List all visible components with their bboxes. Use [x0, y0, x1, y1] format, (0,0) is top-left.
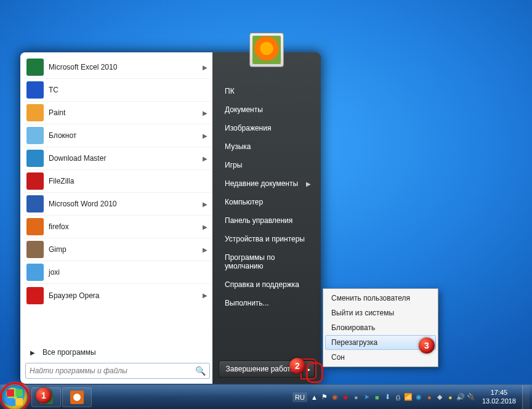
- shutdown-submenu-item[interactable]: Сменить пользователя: [325, 291, 436, 306]
- program-label: Download Master: [49, 154, 203, 163]
- taskbar-clock[interactable]: 17:45 13.02.2018: [482, 389, 516, 405]
- right-pane-item-label: ПК: [225, 87, 235, 95]
- right-pane-item[interactable]: Документы: [215, 100, 318, 119]
- right-pane-item-label: Программы по умолчанию: [225, 253, 311, 270]
- program-item[interactable]: Microsoft Excel 2010▶: [24, 56, 211, 79]
- tray-up-icon[interactable]: ▲: [310, 392, 319, 402]
- right-pane-item[interactable]: Игры: [215, 156, 318, 174]
- tray-app5-icon[interactable]: ●: [425, 392, 434, 402]
- show-desktop-button[interactable]: [522, 385, 530, 410]
- search-box[interactable]: 🔍: [25, 363, 210, 379]
- paint-icon: [26, 104, 44, 121]
- tray-shield-icon[interactable]: ◉: [331, 392, 340, 402]
- program-item[interactable]: Paint▶: [24, 102, 211, 124]
- program-item[interactable]: Gimp▶: [24, 238, 211, 261]
- tray-network-icon[interactable]: 📶: [404, 392, 413, 402]
- word-icon: [26, 195, 44, 213]
- program-label: Paint: [49, 108, 203, 117]
- svg-rect-3: [15, 398, 23, 405]
- program-item[interactable]: Браузер Opera▶: [24, 284, 211, 307]
- right-pane-item[interactable]: Изображения: [215, 119, 318, 137]
- taskbar: RU ▲⚑◉◆●➤■⬇⎙📶◉●◆●🔊🔌 17:45 13.02.2018: [0, 384, 532, 409]
- right-pane-item[interactable]: Выполнить...: [215, 294, 318, 312]
- chevron-right-icon: ▶: [203, 64, 208, 71]
- right-pane-item-label: Выполнить...: [225, 299, 269, 307]
- right-pane-item[interactable]: Музыка: [215, 137, 318, 156]
- user-picture-image: [252, 36, 281, 64]
- program-label: Microsoft Excel 2010: [49, 63, 203, 71]
- start-button[interactable]: [2, 385, 27, 410]
- tray-app3-icon[interactable]: ■: [373, 392, 382, 402]
- program-list: Microsoft Excel 2010▶TCPaint▶Блокнот▶Dow…: [24, 56, 211, 343]
- tray-app7-icon[interactable]: ●: [446, 392, 455, 402]
- program-item[interactable]: Блокнот▶: [24, 124, 211, 147]
- tray-volume-icon[interactable]: 🔊: [456, 392, 465, 402]
- program-label: Браузер Opera: [49, 291, 203, 300]
- search-input[interactable]: [30, 366, 195, 375]
- tray-app2-icon[interactable]: ●: [352, 392, 361, 402]
- shutdown-submenu-item[interactable]: Выйти из системы: [325, 306, 436, 320]
- shutdown-submenu-item[interactable]: Сон: [325, 350, 436, 365]
- tray-app6-icon[interactable]: ◆: [435, 392, 445, 402]
- right-pane-item[interactable]: Справка и поддержка: [215, 275, 318, 294]
- program-item[interactable]: Microsoft Word 2010▶: [24, 193, 211, 216]
- taskbar-clock-app[interactable]: [62, 387, 92, 407]
- all-programs-label: Все программы: [42, 348, 96, 357]
- firefox-icon: [26, 218, 44, 235]
- chevron-right-icon: ▶: [203, 132, 208, 139]
- right-pane-item-label: Компьютер: [225, 198, 263, 206]
- user-picture[interactable]: [249, 33, 284, 67]
- program-label: Блокнот: [49, 131, 203, 140]
- callout-3: 3: [419, 338, 435, 354]
- tray-flag-icon[interactable]: ⚑: [320, 392, 329, 402]
- program-label: firefox: [49, 222, 203, 231]
- program-item[interactable]: TC: [24, 79, 211, 102]
- shutdown-submenu: Сменить пользователяВыйти из системыБлок…: [323, 288, 438, 367]
- program-item[interactable]: Download Master▶: [24, 147, 211, 170]
- download-master-icon: [26, 150, 44, 167]
- tray-download-icon[interactable]: ⬇: [383, 392, 392, 402]
- opera-icon: [26, 287, 44, 304]
- system-tray: RU ▲⚑◉◆●➤■⬇⎙📶◉●◆●🔊🔌 17:45 13.02.2018: [292, 385, 532, 410]
- joxi-icon: [26, 264, 44, 281]
- right-pane-item[interactable]: Компьютер: [215, 193, 318, 211]
- excel-icon: [26, 59, 44, 76]
- right-pane-item-label: Устройства и принтеры: [225, 235, 305, 243]
- chevron-right-icon: ▶: [203, 155, 208, 162]
- chevron-right-icon: ▸: [307, 366, 310, 373]
- right-pane-item[interactable]: Панель управления: [215, 211, 318, 230]
- clock-time: 17:45: [482, 389, 516, 397]
- notepad-icon: [26, 127, 44, 144]
- chevron-right-icon: ▶: [30, 349, 35, 356]
- svg-rect-1: [15, 389, 23, 397]
- windows-logo-icon: [6, 389, 23, 406]
- right-pane-item-label: Музыка: [225, 142, 251, 151]
- program-label: Gimp: [49, 245, 203, 254]
- shutdown-submenu-item[interactable]: Блокировать: [325, 320, 436, 335]
- start-menu-left-pane: Microsoft Excel 2010▶TCPaint▶Блокнот▶Dow…: [20, 52, 212, 384]
- right-pane-item-label: Изображения: [225, 124, 271, 132]
- program-item[interactable]: firefox▶: [24, 216, 211, 238]
- svg-rect-2: [7, 398, 14, 405]
- chevron-right-icon: ▶: [203, 110, 208, 116]
- tray-telegram-icon[interactable]: ➤: [362, 392, 371, 402]
- tray-icons: ▲⚑◉◆●➤■⬇⎙📶◉●◆●🔊🔌: [310, 392, 476, 402]
- filezilla-icon: [26, 172, 44, 190]
- tray-app1-icon[interactable]: ◆: [341, 392, 350, 402]
- chevron-right-icon: ▶: [203, 246, 208, 253]
- right-pane-item[interactable]: Устройства и принтеры: [215, 230, 318, 248]
- tray-power-icon[interactable]: 🔌: [467, 392, 476, 402]
- right-pane-item[interactable]: ПК: [215, 82, 318, 100]
- svg-rect-0: [7, 389, 14, 397]
- right-pane-item[interactable]: Недавние документы▶: [215, 174, 318, 193]
- program-label: FileZilla: [49, 177, 208, 185]
- start-menu-right-pane: ПКДокументыИзображенияМузыкаИгрыНедавние…: [212, 52, 321, 384]
- program-item[interactable]: FileZilla: [24, 170, 211, 193]
- right-pane-item[interactable]: Программы по умолчанию: [215, 248, 318, 275]
- tray-printer-icon[interactable]: ⎙: [393, 392, 403, 402]
- tray-app4-icon[interactable]: ◉: [414, 392, 424, 402]
- callout-2: 2: [289, 358, 305, 374]
- language-indicator[interactable]: RU: [292, 392, 307, 402]
- all-programs[interactable]: ▶ Все программы: [24, 343, 211, 363]
- program-item[interactable]: joxi: [24, 261, 211, 284]
